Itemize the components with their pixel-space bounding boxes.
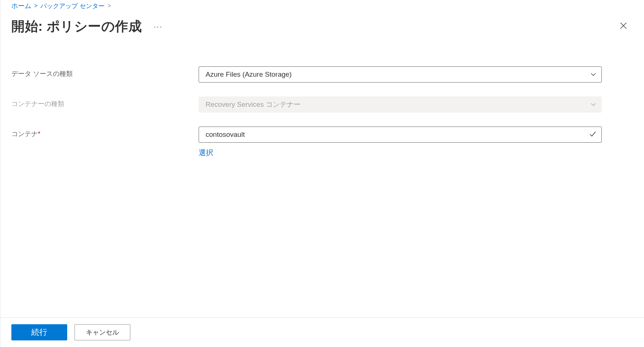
checkmark-icon [589, 130, 596, 139]
container-row: コンテナ* contosovault 選択 [11, 127, 633, 158]
page-header: 開始: ポリシーの作成 ··· [0, 12, 644, 44]
container-select[interactable]: contosovault [199, 127, 602, 143]
more-actions-button[interactable]: ··· [154, 22, 163, 32]
datasource-type-label: データ ソースの種類 [11, 66, 199, 78]
footer: 続行 キャンセル [0, 317, 644, 347]
container-type-row: コンテナーの種類 Recovery Services コンテナー [11, 96, 633, 113]
close-icon [619, 21, 628, 32]
required-marker: * [38, 130, 40, 138]
breadcrumb-separator: > [108, 3, 111, 9]
container-label: コンテナ* [11, 127, 199, 138]
datasource-type-value: Azure Files (Azure Storage) [206, 70, 292, 78]
container-type-label: コンテナーの種類 [11, 96, 199, 108]
cancel-button[interactable]: キャンセル [75, 324, 130, 340]
page-title: 開始: ポリシーの作成 [11, 18, 142, 36]
breadcrumb-home-link[interactable]: ホーム [11, 1, 31, 10]
container-type-value: Recovery Services コンテナー [206, 100, 301, 109]
chevron-down-icon [590, 72, 596, 77]
container-value: contosovault [206, 131, 245, 139]
breadcrumb-backup-center-link[interactable]: バックアップ センター [40, 2, 105, 10]
datasource-type-select[interactable]: Azure Files (Azure Storage) [199, 66, 602, 83]
close-button[interactable] [616, 18, 631, 35]
select-container-link[interactable]: 選択 [199, 148, 602, 158]
chevron-down-icon [590, 102, 596, 107]
breadcrumb: ホーム > バックアップ センター > [0, 0, 644, 12]
form-area: データ ソースの種類 Azure Files (Azure Storage) コ… [0, 44, 644, 317]
breadcrumb-separator: > [34, 3, 37, 9]
datasource-type-row: データ ソースの種類 Azure Files (Azure Storage) [11, 66, 633, 83]
container-type-select: Recovery Services コンテナー [199, 96, 602, 113]
continue-button[interactable]: 続行 [11, 324, 67, 340]
